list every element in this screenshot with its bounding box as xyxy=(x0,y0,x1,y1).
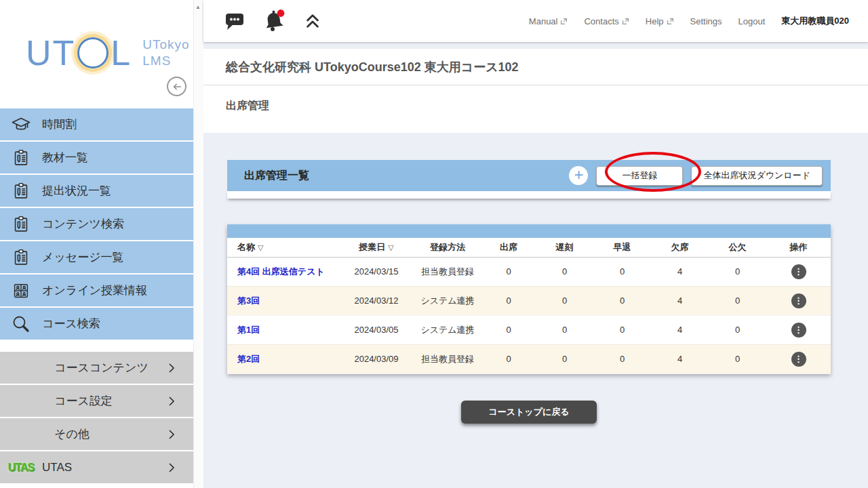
sidebar-item-course-contents[interactable]: コースコンテンツ xyxy=(0,352,193,384)
band-gap xyxy=(203,42,868,49)
kebab-menu-icon: ⋮ xyxy=(794,325,803,334)
sidebar-item-content-search[interactable]: コンテンツ検索 xyxy=(0,208,193,240)
table-row: 第3回 2024/03/12 システム連携 0 0 0 4 0 ⋮ xyxy=(227,286,831,315)
back-to-course-top-button[interactable]: コーストップに戻る xyxy=(461,401,596,424)
help-link-label: Help xyxy=(646,16,664,26)
sort-icon[interactable]: ▽ xyxy=(388,243,393,251)
sidebar-item-others[interactable]: その他 xyxy=(0,418,193,450)
cell-date: 2024/03/09 xyxy=(339,344,414,373)
clipboard-icon xyxy=(0,148,42,168)
table-row: 第4回 出席送信テスト 2024/03/15 担当教員登録 0 0 0 4 0 … xyxy=(227,257,831,286)
cell-date: 2024/03/15 xyxy=(339,257,414,286)
contacts-link[interactable]: Contacts xyxy=(584,16,629,26)
sort-icon[interactable]: ▽ xyxy=(258,243,263,251)
download-all-attendance-button[interactable]: 全体出席状況ダウンロード xyxy=(691,166,823,186)
row-menu-button[interactable]: ⋮ xyxy=(791,264,806,279)
arrow-left-icon xyxy=(171,81,183,93)
content-area: 出席管理一覧 + 一括登録 全体出席状況ダウンロード xyxy=(203,133,868,488)
page-title: 出席管理 xyxy=(226,99,868,113)
header-official-absent: 公欠 xyxy=(709,238,766,257)
sidebar-item-timetable[interactable]: 時間割 xyxy=(0,108,193,140)
sidebar-item-label: コース検索 xyxy=(42,316,100,331)
topbar: Manual Contacts Help Settings Logout 東 xyxy=(203,0,868,42)
attendance-link[interactable]: 第4回 出席送信テスト xyxy=(237,266,325,277)
table-row: 第2回 2024/03/09 担当教員登録 0 0 0 4 0 ⋮ xyxy=(227,344,831,373)
chevron-right-icon xyxy=(167,396,176,407)
row-menu-button[interactable]: ⋮ xyxy=(791,323,806,338)
sidebar-item-online-class[interactable]: オンライン授業情報 xyxy=(0,274,193,306)
header-absent: 欠席 xyxy=(651,238,709,257)
row-menu-button[interactable]: ⋮ xyxy=(791,352,806,367)
notification-dot xyxy=(277,9,285,17)
clipboard-icon xyxy=(0,247,42,268)
cell-absent: 4 xyxy=(651,344,709,373)
course-title: 総合文化研究科 UTokyoCourse102 東大用コース102 xyxy=(226,59,519,75)
kebab-menu-icon: ⋮ xyxy=(794,267,803,276)
cell-late: 0 xyxy=(536,286,593,315)
attendance-link[interactable]: 第3回 xyxy=(237,296,260,306)
panel-title: 出席管理一覧 xyxy=(244,169,309,183)
logout-link-label: Logout xyxy=(738,16,766,26)
header-date: 授業日▽ xyxy=(339,238,414,257)
topbar-icons xyxy=(203,9,321,33)
cell-date: 2024/03/12 xyxy=(339,286,414,315)
sidebar-secondary-menu: コースコンテンツ コース設定 その他 UTAS UTAS xyxy=(0,352,193,483)
scrollbar-up-arrow-icon[interactable]: ▲ xyxy=(195,4,201,10)
sidebar-item-submissions[interactable]: 提出状況一覧 xyxy=(0,175,193,207)
sidebar-item-course-search[interactable]: コース検索 xyxy=(0,308,193,340)
cell-absent: 4 xyxy=(651,286,709,315)
sidebar-collapse-button[interactable] xyxy=(167,77,186,96)
sidebar-item-utas[interactable]: UTAS UTAS xyxy=(0,451,193,483)
graduation-cap-icon xyxy=(0,114,42,136)
cell-official: 0 xyxy=(709,257,766,286)
cell-attend: 0 xyxy=(481,257,536,286)
header-name: 名称▽ xyxy=(227,238,339,257)
cell-official: 0 xyxy=(709,315,766,344)
cell-attend: 0 xyxy=(481,286,536,315)
sidebar-item-course-settings[interactable]: コース設定 xyxy=(0,385,193,417)
app-window: UTL UTokyo LMS xyxy=(0,0,868,488)
sidebar-divider xyxy=(0,341,193,352)
logout-link[interactable]: Logout xyxy=(738,16,766,26)
cell-late: 0 xyxy=(536,344,593,373)
messages-button[interactable] xyxy=(224,10,245,32)
sidebar-scrollbar[interactable]: ▲ xyxy=(193,0,203,488)
help-link[interactable]: Help xyxy=(646,16,674,26)
cell-early: 0 xyxy=(593,286,651,315)
row-menu-button[interactable]: ⋮ xyxy=(791,293,806,308)
sidebar-item-label: 提出状況一覧 xyxy=(42,183,111,199)
attendance-link[interactable]: 第1回 xyxy=(237,325,260,335)
cell-date: 2024/03/05 xyxy=(339,315,414,344)
sidebar-item-label: 時間割 xyxy=(42,117,77,132)
cell-late: 0 xyxy=(536,257,593,286)
external-link-icon xyxy=(622,18,629,25)
notifications-button[interactable] xyxy=(263,9,286,33)
header-operations: 操作 xyxy=(766,238,831,257)
utas-logo-icon: UTAS xyxy=(0,462,42,474)
sidebar-item-messages[interactable]: メッセージ一覧 xyxy=(0,241,193,273)
bulk-register-button[interactable]: 一括登録 xyxy=(596,166,683,186)
sidebar-item-materials[interactable]: 教材一覧 xyxy=(0,142,193,174)
course-title-band: 総合文化研究科 UTokyoCourse102 東大用コース102 xyxy=(203,49,868,85)
sidebar: UTL UTokyo LMS xyxy=(0,0,193,488)
add-attendance-button[interactable]: + xyxy=(569,166,588,185)
cell-attend: 0 xyxy=(481,315,536,344)
cell-early: 0 xyxy=(593,257,651,286)
section-title-band: 出席管理 xyxy=(203,85,868,133)
manual-link[interactable]: Manual xyxy=(529,16,568,26)
chevron-right-icon xyxy=(167,363,176,373)
settings-link-label: Settings xyxy=(690,16,722,26)
header-method: 登録方法 xyxy=(414,238,481,257)
utol-logo-text: UTL xyxy=(26,33,132,73)
collapse-topbar-button[interactable] xyxy=(304,11,321,31)
sidebar-item-label: その他 xyxy=(54,426,90,442)
kebab-menu-icon: ⋮ xyxy=(794,296,803,305)
sidebar-item-label: コンテンツ検索 xyxy=(42,216,124,232)
attendance-link[interactable]: 第2回 xyxy=(237,354,260,364)
table-top-strip xyxy=(227,224,831,238)
sidebar-item-label: 教材一覧 xyxy=(42,150,88,165)
sidebar-item-label: オンライン授業情報 xyxy=(42,283,147,298)
table-row: 第1回 2024/03/05 システム連携 0 0 0 4 0 ⋮ xyxy=(227,315,831,344)
contacts-link-label: Contacts xyxy=(584,16,618,26)
settings-link[interactable]: Settings xyxy=(690,16,722,26)
